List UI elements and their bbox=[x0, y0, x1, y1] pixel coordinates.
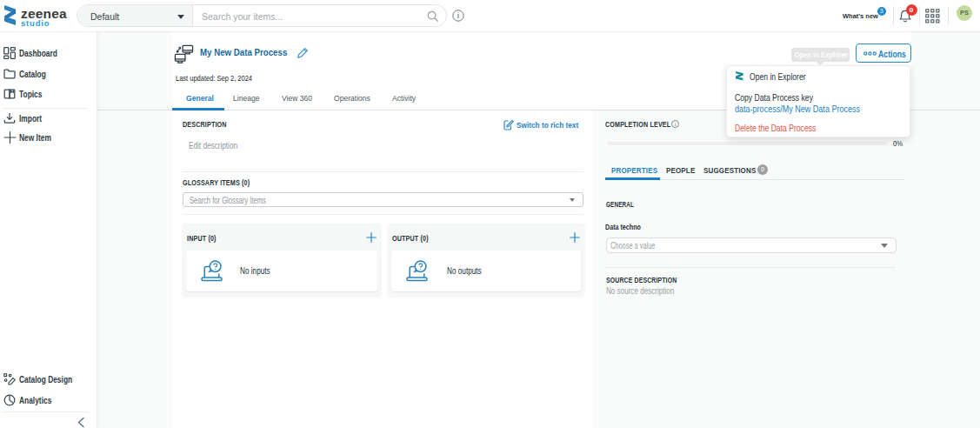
svg-text:i: i bbox=[674, 122, 675, 127]
svg-text:i: i bbox=[457, 11, 459, 20]
